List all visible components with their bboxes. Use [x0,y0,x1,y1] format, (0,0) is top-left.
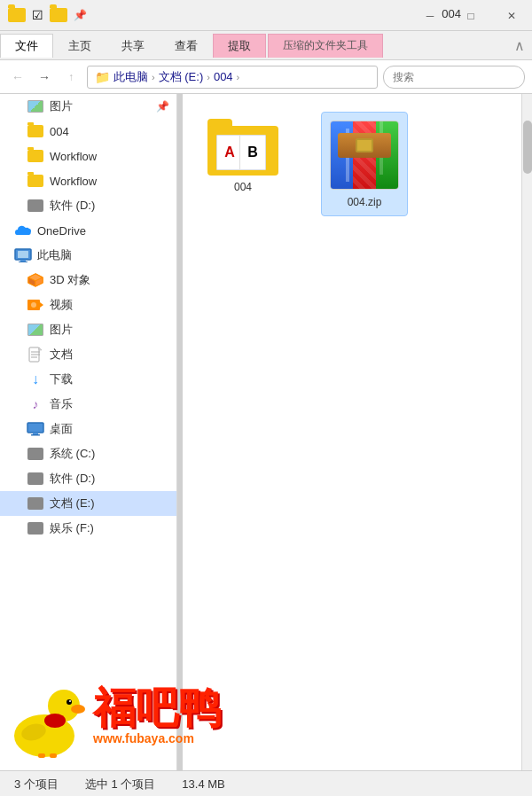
sidebar-label-004: 004 [50,125,69,138]
tab-home[interactable]: 主页 [53,34,106,58]
svg-rect-3 [19,261,27,262]
sidebar-label-download: 下载 [50,371,73,387]
3d-icon [27,273,44,287]
folder-icon-004 [27,124,44,138]
ribbon: 文件 主页 共享 查看 提取 压缩的文件夹工具 ∧ [0,31,532,60]
sidebar-item-docse[interactable]: 文档 (E:) [0,491,176,516]
sidebar-item-004[interactable]: 004 [0,119,176,144]
address-path[interactable]: 📁 此电脑 › 文档 (E:) › 004 › [87,66,378,89]
scrollbar-thumb[interactable] [523,121,532,174]
sidebar-item-onedrive[interactable]: OneDrive [0,218,176,243]
path-part-004[interactable]: 004 [214,70,233,83]
sidebar-item-desktop[interactable]: 桌面 [0,417,176,441]
tab-extra[interactable]: 压缩的文件夹工具 [268,34,383,58]
title-bar-icons: ☑ 📌 [7,5,87,25]
winrar-belt [338,133,391,158]
sidebar-item-video[interactable]: 视频 [0,293,176,317]
sidebar-item-music[interactable]: ♪ 音乐 [0,392,176,417]
sidebar-label-pictures: 图片 [50,322,73,338]
checkbox-icon: ☑ [32,8,43,22]
sidebar-label-workflow2: Workflow [50,175,97,188]
sidebar-label-thispc: 此电脑 [37,247,72,263]
path-part-docs[interactable]: 文档 (E:) [159,69,204,85]
folder-004-icon: A B [207,119,278,176]
sidebar-label-sysc: 系统 (C:) [50,446,95,462]
sidebar-item-workflow1[interactable]: Workflow [0,144,176,168]
sidebar-label-video: 视频 [50,297,73,313]
download-icon: ↓ [27,372,44,386]
sidebar-item-download[interactable]: ↓ 下载 [0,367,176,392]
sidebar-item-entf[interactable]: 娱乐 (F:) [0,516,176,541]
close-button[interactable]: ✕ [491,0,532,31]
sidebar-item-software-d[interactable]: 软件 (D:) [0,193,176,218]
path-part-pc[interactable]: 此电脑 [113,69,148,85]
desktop-icon [27,422,44,436]
sidebar-label-docse: 文档 (E:) [50,496,95,511]
pc-icon [14,248,32,262]
forward-button[interactable]: → [34,66,55,88]
paper-b: B [239,135,266,170]
sidebar: 图片 📌 004 Workflow Workflow [0,94,177,770]
file-item-zip004[interactable]: 004.zip [321,112,408,216]
status-bar: 3 个项目 选中 1 个项目 13.4 MB [0,770,532,796]
tab-view[interactable]: 查看 [160,34,213,58]
path-folder-icon: 📁 [95,70,110,84]
sidebar-label-software-d: 软件 (D:) [50,198,95,214]
sidebar-label-entf: 娱乐 (F:) [50,520,94,536]
sidebar-label-docs: 文档 [50,347,73,363]
status-count: 3 个项目 [14,776,59,792]
svg-point-10 [31,302,36,308]
sidebar-label-3d: 3D 对象 [50,272,90,288]
search-input[interactable] [383,66,525,89]
svg-rect-17 [33,433,38,434]
drive-icon-d [27,199,44,213]
folder-icon-workflow2 [27,174,44,188]
status-size: 13.4 MB [182,777,224,791]
ribbon-tab-row: 文件 主页 共享 查看 提取 压缩的文件夹工具 ∧ [0,31,532,59]
pin-icon-sidebar: 📌 [156,100,169,113]
sidebar-item-workflow2[interactable]: Workflow [0,168,176,193]
winrar-icon [329,120,400,191]
sidebar-label-desktop: 桌面 [50,421,73,437]
main-layout: 图片 📌 004 Workflow Workflow [0,94,532,770]
video-icon [27,298,44,312]
back-button[interactable]: ← [7,66,28,88]
svg-marker-12 [39,347,42,350]
sidebar-item-software-d2[interactable]: 软件 (D:) [0,466,176,491]
sidebar-item-3d[interactable]: 3D 对象 [0,268,176,293]
file-label-zip004: 004.zip [348,196,382,208]
tab-share[interactable]: 共享 [106,34,160,58]
file-item-folder004[interactable]: A B 004 [200,112,286,200]
svg-rect-1 [18,251,28,258]
tab-extract[interactable]: 提取 [213,34,266,58]
sidebar-item-thispc[interactable]: 此电脑 [0,243,176,268]
folder-icon-title [7,5,27,25]
cloud-icon [14,223,32,238]
up-button[interactable]: ↑ [60,66,82,88]
sidebar-label-pictures-top: 图片 [50,98,73,114]
pictures-icon2 [27,323,44,337]
maximize-button[interactable]: □ [450,0,491,31]
sidebar-item-pictures[interactable]: 图片 [0,317,176,342]
pictures-icon [27,99,44,113]
sidebar-label-workflow1: Workflow [50,150,97,163]
pin-ribbon-button[interactable]: ∧ [514,37,525,54]
sidebar-item-pictures-top[interactable]: 图片 📌 [0,94,176,119]
status-selected: 选中 1 个项目 [85,776,155,792]
content-scrollbar[interactable] [521,94,532,770]
drive-icon-c [27,447,44,461]
pin-icon: 📌 [74,9,87,21]
folder-yellow2 [50,8,67,22]
folder-icon-workflow1 [27,149,44,163]
sidebar-label-onedrive: OneDrive [37,224,86,238]
svg-rect-16 [27,423,43,433]
tab-files[interactable]: 文件 [0,34,53,58]
sidebar-label-software-d2: 软件 (D:) [50,471,95,487]
sidebar-item-docs[interactable]: 文档 [0,342,176,367]
minimize-button[interactable]: ─ [410,0,450,31]
svg-rect-2 [20,260,26,261]
sidebar-item-sysc[interactable]: 系统 (C:) [0,441,176,466]
svg-rect-18 [31,434,40,436]
winrar-buckle [356,138,373,152]
doc-icon [27,347,44,362]
